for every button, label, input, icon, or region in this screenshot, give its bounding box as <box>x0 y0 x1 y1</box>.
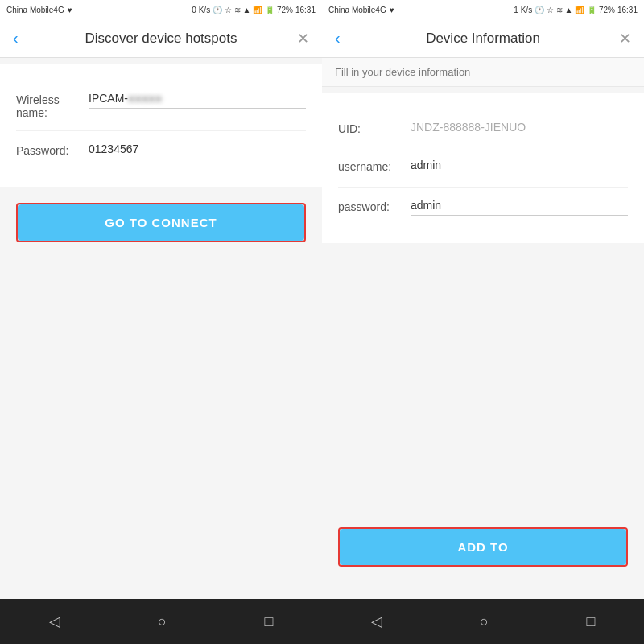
left-heart-icon: ♥ <box>68 6 72 14</box>
right-time: 16:31 <box>617 6 638 14</box>
password-value: 01234567 <box>89 142 306 159</box>
left-screen-title: Discover device hotspots <box>37 31 285 47</box>
uid-label: UID: <box>338 121 411 135</box>
add-to-button[interactable]: ADD TO <box>340 529 626 565</box>
right-content-area: UID: JNDZ-888888-JIENUO username: admin … <box>322 87 644 599</box>
right-carrier: China Mobile4G <box>328 6 386 14</box>
right-back-button[interactable]: ‹ <box>335 29 359 47</box>
right-back-nav-icon[interactable]: ◁ <box>371 613 382 630</box>
right-password-value[interactable]: admin <box>411 199 628 216</box>
right-recent-nav-icon[interactable]: □ <box>586 613 595 630</box>
left-form-section: Wireless name: IPCAM-●●●●● Password: 012… <box>0 64 322 187</box>
username-row: username: admin <box>338 147 628 188</box>
bottom-spacer <box>322 583 644 599</box>
right-icons: 🕐 ☆ ≋ ▲ 📶 🔋 <box>535 6 597 14</box>
left-content-area: Wireless name: IPCAM-●●●●● Password: 012… <box>0 58 322 599</box>
wireless-name-row: Wireless name: IPCAM-●●●●● <box>16 80 306 131</box>
right-home-nav-icon[interactable]: ○ <box>480 613 489 630</box>
right-phone-screen: China Mobile4G ♥ 1 K/s 🕐 ☆ ≋ ▲ 📶 🔋 72% 1… <box>322 0 644 644</box>
left-recent-nav-icon[interactable]: □ <box>264 613 273 630</box>
right-close-button[interactable]: ✕ <box>607 30 631 47</box>
right-screen-title: Device Information <box>359 31 607 47</box>
right-speed: 1 K/s <box>514 6 532 14</box>
banner-text: Fill in your device information <box>335 66 470 78</box>
wireless-value: IPCAM-●●●●● <box>89 92 306 109</box>
right-password-label: password: <box>338 199 411 213</box>
uid-value: JNDZ-888888-JIENUO <box>411 121 628 134</box>
left-back-button[interactable]: ‹ <box>13 29 37 47</box>
right-battery: 72% <box>599 6 615 14</box>
left-button-area: GO TO CONNECT <box>0 187 322 258</box>
left-home-nav-icon[interactable]: ○ <box>158 613 167 630</box>
right-title-bar: ‹ Device Information ✕ <box>322 19 644 58</box>
password-row: Password: 01234567 <box>16 131 306 171</box>
right-status-right: 1 K/s 🕐 ☆ ≋ ▲ 📶 🔋 72% 16:31 <box>514 6 638 14</box>
left-close-button[interactable]: ✕ <box>285 30 309 47</box>
add-to-highlight: ADD TO <box>338 527 628 567</box>
left-speed: 0 K/s <box>192 6 210 14</box>
right-button-area: ADD TO <box>322 511 644 583</box>
right-form-section: UID: JNDZ-888888-JIENUO username: admin … <box>322 93 644 243</box>
left-nav-bar: ◁ ○ □ <box>0 599 322 644</box>
go-to-connect-button[interactable]: GO TO CONNECT <box>18 204 304 241</box>
left-time: 16:31 <box>295 6 316 14</box>
right-nav-bar: ◁ ○ □ <box>322 599 644 644</box>
left-icons: 🕐 ☆ ≋ ▲ 📶 🔋 <box>213 6 275 14</box>
wireless-label: Wireless name: <box>16 92 89 119</box>
right-status-bar: China Mobile4G ♥ 1 K/s 🕐 ☆ ≋ ▲ 📶 🔋 72% 1… <box>322 0 644 19</box>
uid-row: UID: JNDZ-888888-JIENUO <box>338 109 628 147</box>
right-heart-icon: ♥ <box>390 6 394 14</box>
left-battery: 72% <box>277 6 293 14</box>
left-carrier: China Mobile4G <box>6 6 64 14</box>
password-label: Password: <box>16 142 89 157</box>
left-title-bar: ‹ Discover device hotspots ✕ <box>0 19 322 58</box>
left-spacer <box>0 258 322 599</box>
left-phone-screen: China Mobile4G ♥ 0 K/s 🕐 ☆ ≋ ▲ 📶 🔋 72% 1… <box>0 0 322 644</box>
username-label: username: <box>338 159 411 173</box>
right-spacer <box>322 243 644 511</box>
left-status-left: China Mobile4G ♥ <box>6 6 72 14</box>
left-back-nav-icon[interactable]: ◁ <box>49 613 60 630</box>
info-banner: Fill in your device information <box>322 58 644 87</box>
right-status-left: China Mobile4G ♥ <box>328 6 394 14</box>
go-to-connect-highlight: GO TO CONNECT <box>16 203 306 242</box>
username-value[interactable]: admin <box>411 159 628 175</box>
right-password-row: password: admin <box>338 188 628 227</box>
left-status-right: 0 K/s 🕐 ☆ ≋ ▲ 📶 🔋 72% 16:31 <box>192 6 316 14</box>
left-status-bar: China Mobile4G ♥ 0 K/s 🕐 ☆ ≋ ▲ 📶 🔋 72% 1… <box>0 0 322 19</box>
